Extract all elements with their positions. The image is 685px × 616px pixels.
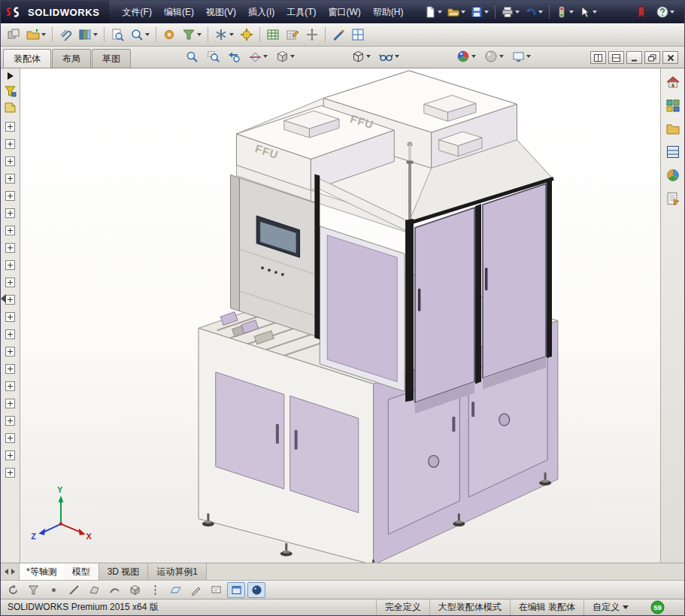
- assembly-tool-button-3[interactable]: [56, 26, 74, 43]
- assembly-tool-button-9[interactable]: [212, 26, 236, 43]
- solidworks-resources-button[interactable]: [665, 74, 681, 90]
- filter-edges-button[interactable]: [65, 582, 83, 598]
- menu-insert[interactable]: 插入(I): [242, 3, 280, 22]
- door-handle[interactable]: [276, 424, 279, 444]
- tree-node-expand[interactable]: [5, 399, 15, 408]
- design-binder-icon[interactable]: [4, 101, 17, 114]
- zoom-fit-button[interactable]: [183, 49, 201, 65]
- close-button[interactable]: [662, 51, 678, 64]
- tab-3d-views[interactable]: 3D 视图: [99, 563, 149, 580]
- orientation-triad[interactable]: Y X Z: [31, 485, 92, 541]
- open-button[interactable]: [445, 5, 468, 20]
- restore-button[interactable]: [644, 51, 660, 64]
- display-style-button[interactable]: [350, 49, 373, 65]
- tree-node-expand[interactable]: [5, 433, 15, 443]
- assembly-tool-button-4[interactable]: [76, 26, 100, 43]
- menu-help[interactable]: 帮助(H): [367, 3, 410, 22]
- assembly-tool-button-2[interactable]: [24, 26, 48, 43]
- menu-file[interactable]: 文件(F): [117, 3, 158, 22]
- tree-node-expand[interactable]: [5, 260, 15, 270]
- tree-node-expand[interactable]: [5, 139, 15, 149]
- filter-toggle-button[interactable]: [24, 582, 42, 598]
- edit-appearance-button[interactable]: [454, 48, 478, 65]
- window-handle[interactable]: [485, 268, 487, 290]
- save-button[interactable]: [468, 5, 491, 20]
- tree-node-expand[interactable]: [5, 347, 15, 357]
- filter-vertices-button[interactable]: [44, 582, 62, 598]
- filter-sketch-button[interactable]: [186, 582, 205, 598]
- select-button[interactable]: [577, 5, 599, 20]
- section-view-button[interactable]: [247, 49, 270, 65]
- tree-node-expand[interactable]: [5, 243, 15, 253]
- assembly-tool-button-7[interactable]: [160, 26, 178, 43]
- hide-show-items-button[interactable]: [377, 49, 402, 65]
- file-explorer-button[interactable]: [665, 120, 681, 137]
- tab-motion-study-1[interactable]: 运动算例1: [148, 563, 207, 580]
- assembly-tool-button-10[interactable]: [238, 26, 256, 43]
- bookmark-button[interactable]: [635, 5, 648, 20]
- window-pane-button-2[interactable]: [608, 51, 624, 64]
- filter-plane-button[interactable]: [166, 582, 184, 598]
- assembly-tool-button-8[interactable]: [180, 26, 204, 43]
- window-door-1[interactable]: [415, 208, 474, 402]
- door-handle[interactable]: [452, 417, 455, 432]
- graphics-area[interactable]: FFU FFU: [20, 68, 660, 563]
- assembly-tool-button-13[interactable]: [303, 26, 321, 43]
- new-document-button[interactable]: [422, 5, 444, 20]
- filter-solid-button[interactable]: [126, 582, 144, 598]
- assembly-tool-button-5[interactable]: [108, 26, 126, 43]
- zoom-area-button[interactable]: [205, 49, 222, 65]
- filter-annotation-button[interactable]: [207, 582, 225, 598]
- help-button[interactable]: [654, 5, 677, 20]
- panel-splitter-arrow-icon[interactable]: [1, 294, 6, 303]
- tab-scroll-left-icon[interactable]: [5, 569, 8, 575]
- notification-badge[interactable]: 59: [650, 600, 665, 614]
- assembly-tool-button-12[interactable]: [283, 26, 302, 43]
- view-orientation-button[interactable]: [274, 49, 297, 65]
- tree-node-expand[interactable]: [5, 174, 15, 184]
- tree-node-expand[interactable]: [5, 191, 15, 201]
- view-palette-button[interactable]: [665, 144, 681, 160]
- print-button[interactable]: [499, 5, 522, 20]
- filter-sphere-button[interactable]: [247, 582, 265, 598]
- view-settings-button[interactable]: [510, 49, 533, 65]
- front-window-panel[interactable]: [320, 226, 405, 392]
- previous-view-button[interactable]: [226, 49, 243, 65]
- design-library-button[interactable]: [665, 97, 681, 114]
- window-handle[interactable]: [418, 289, 420, 311]
- filter-axis-button[interactable]: [146, 582, 164, 598]
- tree-node-expand[interactable]: [5, 226, 15, 235]
- appearances-scenes-button[interactable]: [665, 167, 681, 184]
- filter-faces-button[interactable]: [85, 582, 103, 598]
- tab-model[interactable]: 模型: [64, 563, 99, 580]
- assembly-tool-button-14[interactable]: [329, 26, 347, 43]
- filter-surface-button[interactable]: [105, 582, 123, 598]
- tree-node-expand[interactable]: [5, 295, 15, 305]
- window-door-2[interactable]: [483, 184, 546, 378]
- door-handle[interactable]: [471, 402, 474, 417]
- custom-properties-button[interactable]: [665, 190, 681, 207]
- model-3d-view[interactable]: FFU FFU: [20, 68, 660, 563]
- tree-node-expand[interactable]: [5, 156, 15, 166]
- door-handle[interactable]: [295, 430, 298, 450]
- tree-node-expand[interactable]: [5, 416, 15, 426]
- assembly-tool-button-15[interactable]: [349, 26, 367, 43]
- menu-tools[interactable]: 工具(T): [280, 3, 322, 22]
- tree-node-expand[interactable]: [5, 122, 15, 132]
- tree-node-expand[interactable]: [5, 312, 15, 322]
- window-pane-button-1[interactable]: [590, 51, 606, 64]
- refresh-filter-button[interactable]: [4, 582, 22, 598]
- rebuild-button[interactable]: [553, 5, 576, 20]
- undo-button[interactable]: [523, 5, 545, 20]
- tree-node-expand[interactable]: [5, 329, 15, 339]
- tab-assembly[interactable]: 装配体: [3, 49, 51, 68]
- tree-node-expand[interactable]: [5, 451, 15, 460]
- apply-scene-button[interactable]: [482, 48, 506, 65]
- tab-sketch[interactable]: 草图: [92, 49, 131, 68]
- tab-layout[interactable]: 布局: [52, 49, 91, 68]
- tree-node-expand[interactable]: [5, 381, 15, 391]
- menu-edit[interactable]: 编辑(E): [158, 3, 200, 22]
- tree-node-expand[interactable]: [5, 364, 15, 374]
- large-assembly-mode[interactable]: 大型装配体模式: [429, 599, 510, 615]
- tree-node-expand[interactable]: [5, 468, 15, 478]
